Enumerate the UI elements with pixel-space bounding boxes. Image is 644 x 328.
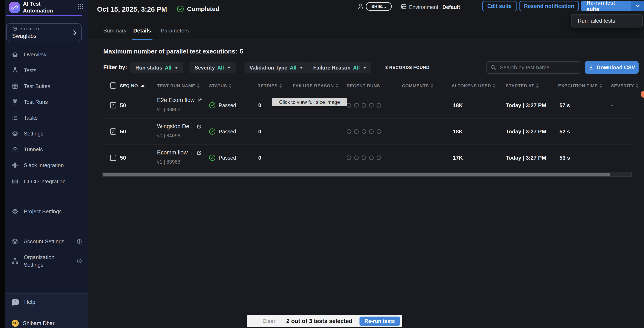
horizontal-scrollbar[interactable] <box>102 172 632 177</box>
cell-retries: 0 <box>258 102 261 109</box>
check-circle-icon <box>209 155 215 161</box>
column-header-execution-time[interactable]: EXECUTION TIME <box>558 83 602 88</box>
sidebar-item-tunnels[interactable]: Tunnels <box>5 143 88 156</box>
caret-down-icon <box>175 67 178 69</box>
test-run-name-link[interactable]: Ecomm flow ... <box>157 149 194 156</box>
column-header-test-run-name[interactable]: TEST RUN NAME <box>157 83 200 88</box>
app-title: AI Test Automation <box>23 0 64 14</box>
column-header-status[interactable]: STATUS <box>209 83 232 88</box>
caret-down-icon <box>363 67 366 69</box>
select-all-checkbox[interactable] <box>110 82 116 89</box>
environment-label: Environment <box>409 4 438 10</box>
sidebar-item-test-runs[interactable]: Test Runs <box>5 96 88 108</box>
cell-status: Passed <box>209 102 236 108</box>
row-checkbox[interactable] <box>110 155 116 161</box>
sidebar-item-settings[interactable]: Settings <box>5 127 88 140</box>
user-chip[interactable]: SHIB... <box>366 2 392 11</box>
tabs-bar: Summary Details Parameters <box>88 18 644 40</box>
search-input[interactable] <box>500 64 576 71</box>
external-link-icon[interactable] <box>198 98 202 103</box>
filter-failure-reason[interactable]: Failure Reason All <box>308 62 371 73</box>
avatar: SD <box>12 320 19 327</box>
tab-summary[interactable]: Summary <box>103 27 126 34</box>
column-header-severity[interactable]: SEVERITY <box>611 83 638 88</box>
resend-notification-button[interactable]: Resend notification <box>520 1 578 11</box>
sort-icon <box>229 83 232 88</box>
sidebar-item-tests[interactable]: Tests <box>5 64 88 77</box>
scrollbar-thumb[interactable] <box>103 173 610 176</box>
row-checkbox[interactable] <box>110 102 116 108</box>
test-run-name-link[interactable]: E2e Ecom flow <box>157 97 194 103</box>
caret-down-icon <box>227 67 230 69</box>
sidebar-item-slack-integration[interactable]: Slack integration <box>5 159 88 171</box>
table-row[interactable]: 50 Ecomm flow ... v1 | 83963 <box>103 145 632 171</box>
info-icon[interactable] <box>77 258 82 264</box>
info-icon[interactable] <box>77 239 82 244</box>
gear-icon <box>12 208 18 215</box>
sidebar-item-overview[interactable]: Overview <box>5 48 88 61</box>
edit-suite-button[interactable]: Edit suite <box>482 1 516 11</box>
recent-runs-dots <box>346 103 381 108</box>
filter-run-status[interactable]: Run status All <box>130 62 183 73</box>
help-button[interactable]: ? Help <box>12 299 35 305</box>
cell-ai-tokens: 18K <box>453 128 463 135</box>
app-logo-icon <box>9 2 20 13</box>
sidebar-item-label: Tunnels <box>24 146 43 153</box>
rerun-test-suite-button[interactable]: Re-run test suite <box>581 1 631 11</box>
download-csv-button[interactable]: Download CSV <box>585 61 638 74</box>
rerun-dropdown-menu: Run failed tests <box>571 14 643 27</box>
column-header-started-at[interactable]: STARTED AT <box>506 83 539 88</box>
sidebar-item-test-suites[interactable]: Test Suites <box>5 80 88 92</box>
external-link-icon[interactable] <box>197 124 202 129</box>
rerun-tests-button[interactable]: Re-run tests <box>360 317 400 326</box>
column-header-seq-no[interactable]: SEQ NO. <box>120 83 145 88</box>
tab-details[interactable]: Details <box>133 27 151 34</box>
cell-ai-tokens: 18K <box>453 102 463 109</box>
filter-severity[interactable]: Severity All <box>190 62 236 73</box>
column-header-failure-reason[interactable]: FAILURE REASON <box>293 83 338 88</box>
sort-icon <box>600 83 602 88</box>
sidebar-item-account-settings[interactable]: Account Settings <box>5 235 88 248</box>
check-circle-icon <box>209 128 215 135</box>
user-menu[interactable]: SD Shibam Dhar <box>12 320 54 327</box>
test-run-name-link[interactable]: Wingstop De... <box>157 123 194 130</box>
sidebar-item-organization-settings[interactable]: Organization Settings <box>5 251 88 271</box>
column-header-ai-tokens-used[interactable]: AI TOKENS USED <box>452 83 496 88</box>
sidebar-item-label: CI-CD integration <box>24 178 66 185</box>
filter-validation-type[interactable]: Validation Type All <box>244 62 308 73</box>
cell-retries: 0 <box>258 128 261 135</box>
environment-value: Default <box>442 4 460 10</box>
tab-parameters[interactable]: Parameters <box>161 27 189 34</box>
cell-severity: - <box>611 129 613 135</box>
selection-summary: 2 out of 3 tests selected <box>286 318 352 325</box>
test-run-version: v0 | 84096 <box>157 133 180 139</box>
table-row[interactable]: 50 E2e Ecom flow v1 | 83962 <box>103 92 632 119</box>
clear-selection-button[interactable]: Clear <box>262 318 276 324</box>
help-icon: ? <box>12 299 19 305</box>
sort-icon <box>430 83 434 88</box>
sidebar-item-project-settings[interactable]: Project Settings <box>5 205 88 218</box>
table-row[interactable]: 50 Wingstop De... v0 | 84096 <box>103 119 632 145</box>
sidebar-item-tasks[interactable]: Tasks <box>5 112 88 124</box>
slack-icon <box>12 162 18 169</box>
test-run-version: v1 | 83963 <box>157 159 180 165</box>
external-link-icon[interactable] <box>197 150 202 155</box>
app-root: AI Test Automation PROJECT Swaglabs <box>0 0 644 328</box>
chevron-down-icon[interactable] <box>631 1 644 11</box>
sidebar-item-label: Settings <box>24 130 43 137</box>
sidebar-item-label: Account Settings <box>24 238 64 245</box>
column-header-comments[interactable]: COMMENTS <box>402 83 434 88</box>
rerun-test-suite-split-button[interactable]: Re-run test suite <box>581 1 644 11</box>
app-switcher-icon[interactable] <box>78 3 84 9</box>
column-header-recent-runs[interactable]: RECENT RUNS <box>346 83 380 88</box>
project-selector[interactable]: PROJECT Swaglabs <box>6 23 82 42</box>
sidebar-item-label: Slack integration <box>24 162 64 169</box>
column-header-retries[interactable]: RETRIES <box>258 83 282 88</box>
floating-widget-button[interactable] <box>641 91 644 98</box>
search-box <box>486 61 580 74</box>
menu-item-run-failed-tests[interactable]: Run failed tests <box>578 18 615 24</box>
sidebar-item-cicd-integration[interactable]: CI-CD integration <box>5 175 88 188</box>
row-checkbox[interactable] <box>110 128 116 135</box>
run-status-badge: Completed <box>177 5 219 12</box>
selection-bar: Clear 2 out of 3 tests selected Re-run t… <box>246 315 402 327</box>
